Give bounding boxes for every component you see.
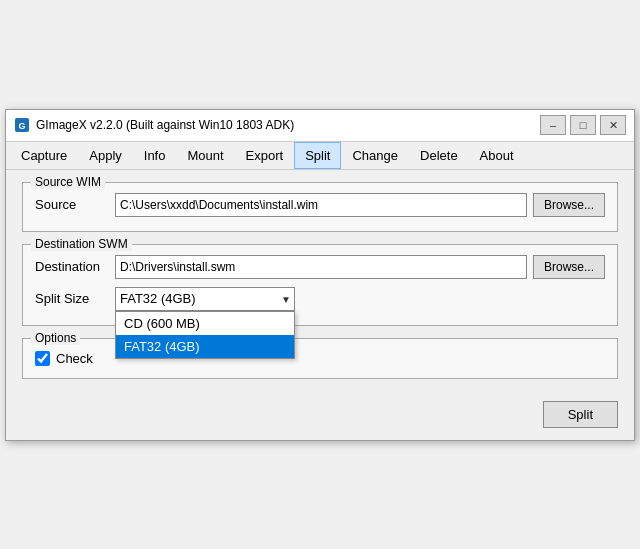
source-row: Source Browse... xyxy=(35,193,605,217)
dropdown-item-fat32[interactable]: FAT32 (4GB) xyxy=(116,335,294,358)
menu-item-info[interactable]: Info xyxy=(133,142,177,169)
menu-item-about[interactable]: About xyxy=(469,142,525,169)
title-bar-left: G GImageX v2.2.0 (Built against Win10 18… xyxy=(14,117,294,133)
svg-text:G: G xyxy=(18,121,25,131)
destination-row: Destination Browse... xyxy=(35,255,605,279)
source-wim-group: Source WIM Source Browse... xyxy=(22,182,618,232)
menu-item-export[interactable]: Export xyxy=(235,142,295,169)
destination-swm-group: Destination SWM Destination Browse... Sp… xyxy=(22,244,618,326)
title-bar: G GImageX v2.2.0 (Built against Win10 18… xyxy=(6,110,634,142)
check-checkbox[interactable] xyxy=(35,351,50,366)
source-browse-button[interactable]: Browse... xyxy=(533,193,605,217)
menu-item-delete[interactable]: Delete xyxy=(409,142,469,169)
options-title: Options xyxy=(31,331,80,345)
menu-item-capture[interactable]: Capture xyxy=(10,142,78,169)
check-label[interactable]: Check xyxy=(56,351,93,366)
close-button[interactable]: ✕ xyxy=(600,115,626,135)
split-size-label: Split Size xyxy=(35,291,115,306)
destination-browse-button[interactable]: Browse... xyxy=(533,255,605,279)
menu-item-mount[interactable]: Mount xyxy=(176,142,234,169)
split-size-row: Split Size CD (600 MB) FAT32 (4GB) ▼ CD … xyxy=(35,287,605,311)
split-size-select-wrapper: CD (600 MB) FAT32 (4GB) ▼ CD (600 MB) FA… xyxy=(115,287,295,311)
dropdown-open: CD (600 MB) FAT32 (4GB) xyxy=(115,311,295,359)
minimize-button[interactable]: – xyxy=(540,115,566,135)
content-area: Source WIM Source Browse... Destination … xyxy=(6,170,634,391)
split-size-select[interactable]: CD (600 MB) FAT32 (4GB) xyxy=(115,287,295,311)
split-button[interactable]: Split xyxy=(543,401,618,428)
menu-item-apply[interactable]: Apply xyxy=(78,142,133,169)
source-label: Source xyxy=(35,197,115,212)
app-icon: G xyxy=(14,117,30,133)
maximize-button[interactable]: □ xyxy=(570,115,596,135)
destination-input[interactable] xyxy=(115,255,527,279)
destination-swm-title: Destination SWM xyxy=(31,237,132,251)
title-buttons: – □ ✕ xyxy=(540,115,626,135)
source-input[interactable] xyxy=(115,193,527,217)
main-window: G GImageX v2.2.0 (Built against Win10 18… xyxy=(5,109,635,441)
menu-item-change[interactable]: Change xyxy=(341,142,409,169)
destination-label: Destination xyxy=(35,259,115,274)
source-wim-title: Source WIM xyxy=(31,175,105,189)
menu-item-split[interactable]: Split xyxy=(294,142,341,169)
menu-bar: Capture Apply Info Mount Export Split Ch… xyxy=(6,142,634,170)
bottom-bar: Split xyxy=(6,391,634,440)
options-group: Options Check xyxy=(22,338,618,379)
window-title: GImageX v2.2.0 (Built against Win10 1803… xyxy=(36,118,294,132)
dropdown-item-cd[interactable]: CD (600 MB) xyxy=(116,312,294,335)
